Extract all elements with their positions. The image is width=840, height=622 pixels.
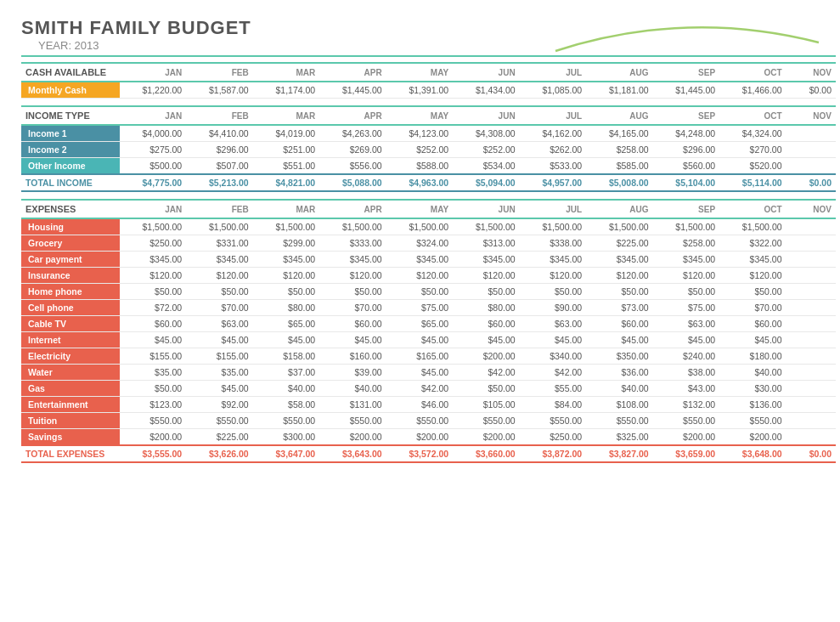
page: SMITH FAMILY BUDGET YEAR: 2013 CASH AVAI…: [8, 8, 840, 472]
income-cell-7: $258.00: [586, 142, 652, 158]
expense-row-label: Water: [21, 365, 120, 381]
expense-cell-7: $325.00: [586, 429, 652, 446]
income-cell-3: $556.00: [319, 158, 386, 175]
total-income-label: TOTAL INCOME: [21, 174, 120, 191]
total-income-cell-7: $5,008.00: [586, 174, 652, 191]
expense-cell-8: $63.00: [653, 316, 719, 332]
income-cell-9: $520.00: [719, 158, 786, 175]
income-header-jan: JAN: [120, 106, 186, 125]
cash-header-aug: AUG: [586, 63, 652, 82]
expense-cell-3: $60.00: [319, 316, 386, 332]
cash-cell-2: $1,174.00: [253, 82, 319, 99]
expense-cell-9: $345.00: [719, 252, 786, 268]
expense-cell-1: $345.00: [186, 252, 252, 268]
expense-cell-1: $45.00: [186, 381, 252, 397]
expense-cell-6: $550.00: [520, 413, 586, 429]
expense-cell-2: $58.00: [253, 397, 319, 413]
cash-row-label: Monthly Cash: [21, 82, 120, 99]
expense-cell-2: $50.00: [253, 284, 319, 300]
income-cell-2: $4,019.00: [253, 125, 319, 142]
expense-cell-4: $42.00: [386, 381, 453, 397]
expense-cell-2: $158.00: [253, 348, 319, 365]
expense-cell-2: $80.00: [253, 300, 319, 316]
income-cell-9: $270.00: [719, 142, 786, 158]
expense-cell-1: $120.00: [186, 268, 252, 284]
total-expenses-cell-1: $3,626.00: [186, 445, 252, 462]
expense-cell-3: $333.00: [319, 235, 386, 252]
expense-cell-5: $80.00: [453, 300, 519, 316]
expense-cell-1: $225.00: [186, 429, 252, 446]
expense-cell-7: $45.00: [586, 332, 652, 348]
income-cell-8: $560.00: [653, 158, 719, 175]
expense-cell-4: $75.00: [386, 300, 453, 316]
expense-row-cable-tv: Cable TV$60.00$63.00$65.00$60.00$65.00$6…: [21, 316, 836, 332]
income-cell-0: $500.00: [120, 158, 186, 175]
income-cell-2: $251.00: [253, 142, 319, 158]
expense-cell-8: $240.00: [653, 348, 719, 365]
total-expenses-cell-5: $3,660.00: [453, 445, 519, 462]
income-cell-1: $4,410.00: [186, 125, 252, 142]
expense-row-label: Insurance: [21, 268, 120, 284]
expense-cell-9: $1,500.00: [719, 218, 786, 235]
total-expenses-cell-0: $3,555.00: [120, 445, 186, 462]
expense-cell-5: $1,500.00: [453, 218, 519, 235]
expense-cell-5: $345.00: [453, 252, 519, 268]
expense-cell-1: $63.00: [186, 316, 252, 332]
cash-available-table: CASH AVAILABLE JAN FEB MAR APR MAY JUN J…: [21, 62, 836, 99]
expense-row-electricity: Electricity$155.00$155.00$158.00$160.00$…: [21, 348, 836, 365]
income-header-oct: OCT: [719, 106, 786, 125]
cash-header-apr: APR: [319, 63, 386, 82]
expense-cell-6: $63.00: [520, 316, 586, 332]
total-income-cell-2: $4,821.00: [253, 174, 319, 191]
expense-cell-7: $350.00: [586, 348, 652, 365]
expense-cell-5: $45.00: [453, 332, 519, 348]
expense-cell-4: $120.00: [386, 268, 453, 284]
income-cell-10: [786, 125, 836, 142]
expense-cell-9: $180.00: [719, 348, 786, 365]
expense-cell-4: $45.00: [386, 365, 453, 381]
expense-cell-9: $550.00: [719, 413, 786, 429]
expenses-table: EXPENSES JAN FEB MAR APR MAY JUN JUL AUG…: [21, 199, 836, 463]
expense-cell-9: $45.00: [719, 332, 786, 348]
total-income-cell-5: $5,094.00: [453, 174, 519, 191]
expense-cell-5: $313.00: [453, 235, 519, 252]
income-cell-4: $4,123.00: [386, 125, 453, 142]
expense-cell-2: $299.00: [253, 235, 319, 252]
expense-cell-6: $120.00: [520, 268, 586, 284]
expense-cell-6: $338.00: [520, 235, 586, 252]
expense-cell-3: $39.00: [319, 365, 386, 381]
expense-cell-3: $550.00: [319, 413, 386, 429]
expense-cell-5: $50.00: [453, 284, 519, 300]
expense-cell-4: $345.00: [386, 252, 453, 268]
total-expenses-cell-7: $3,827.00: [586, 445, 652, 462]
expense-cell-0: $50.00: [120, 284, 186, 300]
expense-cell-10: [786, 348, 836, 365]
expense-cell-1: $155.00: [186, 348, 252, 365]
expenses-header-sep: SEP: [653, 200, 719, 218]
expense-cell-8: $345.00: [653, 252, 719, 268]
expenses-header-nov: NOV: [786, 200, 836, 218]
expense-cell-10: [786, 429, 836, 446]
expense-cell-7: $40.00: [586, 381, 652, 397]
expense-row-label: Tuition: [21, 413, 120, 429]
expense-row-label: Internet: [21, 332, 120, 348]
expense-cell-7: $73.00: [586, 300, 652, 316]
cash-header-jun: JUN: [453, 63, 519, 82]
total-expenses-cell-3: $3,643.00: [319, 445, 386, 462]
expense-cell-6: $90.00: [520, 300, 586, 316]
expenses-header-feb: FEB: [186, 200, 252, 218]
expense-cell-6: $45.00: [520, 332, 586, 348]
expense-cell-7: $1,500.00: [586, 218, 652, 235]
total-expenses-row: TOTAL EXPENSES$3,555.00$3,626.00$3,647.0…: [21, 445, 836, 462]
expense-cell-1: $35.00: [186, 365, 252, 381]
expense-cell-2: $1,500.00: [253, 218, 319, 235]
income-cell-4: $252.00: [386, 142, 453, 158]
cash-cell-6: $1,085.00: [520, 82, 586, 99]
income-cell-6: $4,162.00: [520, 125, 586, 142]
expense-row-internet: Internet$45.00$45.00$45.00$45.00$45.00$4…: [21, 332, 836, 348]
expense-row-home-phone: Home phone$50.00$50.00$50.00$50.00$50.00…: [21, 284, 836, 300]
total-income-row: TOTAL INCOME$4,775.00$5,213.00$4,821.00$…: [21, 174, 836, 191]
expense-cell-3: $45.00: [319, 332, 386, 348]
expense-cell-1: $50.00: [186, 284, 252, 300]
total-income-cell-1: $5,213.00: [186, 174, 252, 191]
